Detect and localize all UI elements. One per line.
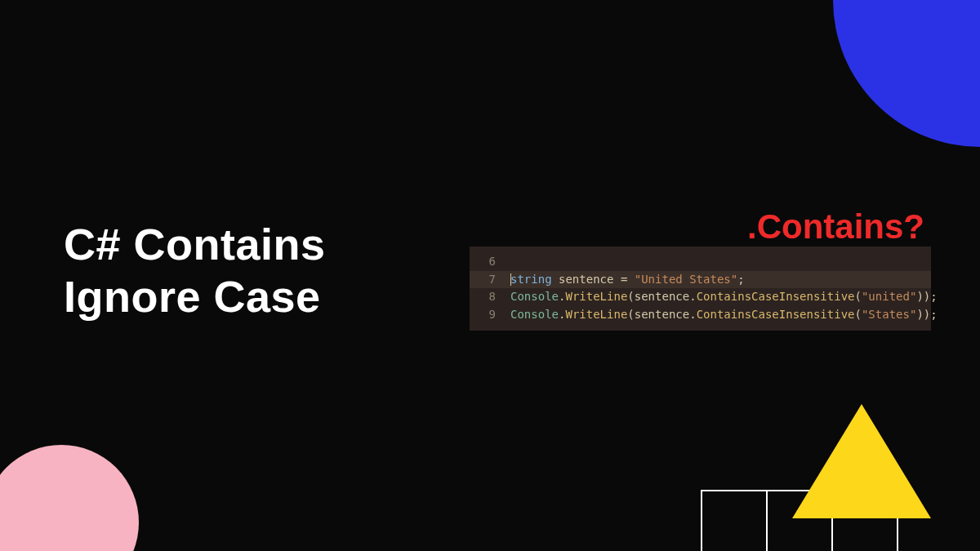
line-number: 6 [478,253,496,271]
triangle-decoration [792,404,931,518]
code-content: Console.WriteLine(sentence.ContainsCaseI… [510,288,938,306]
line-number: 8 [478,288,496,306]
main-title: C# Contains Ignore Case [64,219,326,322]
pink-circle-decoration [0,445,139,551]
grid-square [701,490,768,551]
line-number: 9 [478,306,496,324]
quarter-circle-decoration [833,0,980,147]
code-content: Console.WriteLine(sentence.ContainsCaseI… [510,306,938,324]
code-line: 9Console.WriteLine(sentence.ContainsCase… [470,306,931,324]
contains-label: .Contains? [747,207,924,247]
code-line: 7string sentence = "United States"; [470,271,931,289]
title-line-2: Ignore Case [64,271,326,323]
code-line: 6 [470,253,931,271]
code-content: string sentence = "United States"; [510,271,745,289]
title-line-1: C# Contains [64,219,326,271]
code-line: 8Console.WriteLine(sentence.ContainsCase… [470,288,931,306]
line-number: 7 [478,271,496,289]
code-snippet: 67string sentence = "United States";8Con… [470,247,931,331]
